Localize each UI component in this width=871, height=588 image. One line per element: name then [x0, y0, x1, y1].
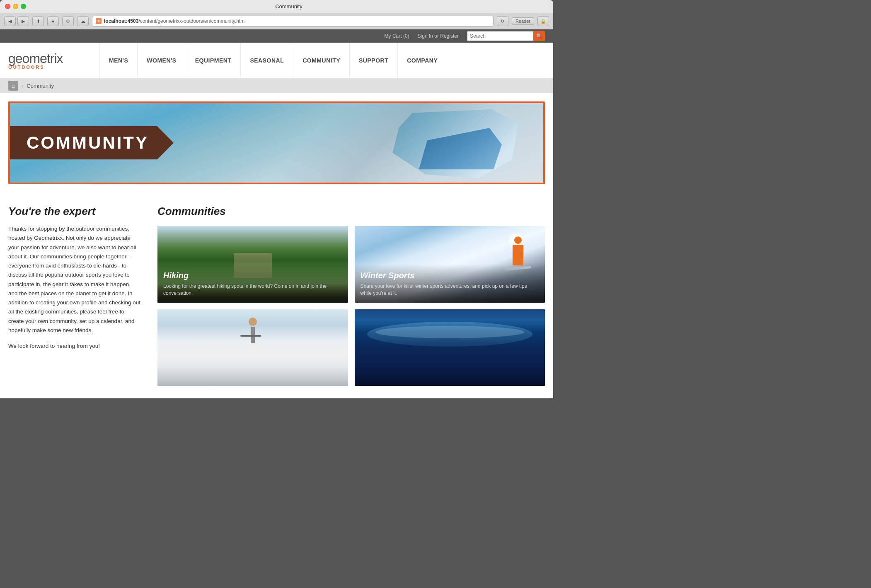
extensions-button[interactable]: ⚙: [62, 16, 74, 26]
expert-paragraph-2: We look forward to hearing from you!: [8, 342, 141, 351]
cart-link[interactable]: My Cart (0): [385, 33, 409, 39]
minimize-button[interactable]: [13, 4, 18, 9]
share-button[interactable]: ⬆: [32, 16, 44, 26]
bookmark-button[interactable]: ★: [47, 16, 59, 26]
cycling-card-bg: [157, 309, 348, 386]
nav-company[interactable]: COMPANY: [397, 43, 447, 78]
cycling-card[interactable]: [157, 309, 348, 386]
communities-title: Communities: [157, 205, 545, 218]
site-favicon: X: [96, 18, 102, 24]
traffic-lights: [5, 4, 26, 9]
winter-sports-card[interactable]: Winter Sports Share your love for killer…: [355, 226, 545, 303]
site-header: geometrix OUTDOORS MEN'S WOMEN'S EQUIPME…: [0, 43, 553, 78]
expert-body: Thanks for stopping by the outdoor commu…: [8, 224, 141, 351]
nav-button-group: ◀ ▶: [4, 16, 29, 26]
communities-grid: Hiking Looking for the greatest hiking s…: [157, 226, 545, 386]
expert-title: You're the expert: [8, 205, 141, 218]
address-path: /content/geometrixx-outdoors/en/communit…: [138, 18, 246, 24]
breadcrumb-current: Community: [27, 83, 54, 89]
address-domain: localhost:4503: [104, 18, 138, 24]
forward-button[interactable]: ▶: [17, 16, 29, 26]
nav-womens[interactable]: WOMEN'S: [137, 43, 185, 78]
reader-button[interactable]: Reader: [512, 17, 534, 25]
utility-bar: My Cart (0) Sign In or Register 🔍: [0, 29, 553, 43]
winter-card-overlay: Winter Sports Share your love for killer…: [355, 264, 545, 303]
hiking-card-overlay: Hiking Looking for the greatest hiking s…: [157, 264, 348, 303]
logo-area: geometrix OUTDOORS: [8, 43, 99, 78]
back-button[interactable]: ◀: [4, 16, 16, 26]
main-nav: MEN'S WOMEN'S EQUIPMENT SEASONAL COMMUNI…: [99, 43, 545, 78]
window-chrome: Community: [0, 0, 553, 13]
logo-sub: OUTDOORS: [8, 65, 91, 70]
nav-seasonal[interactable]: SEASONAL: [240, 43, 293, 78]
hero-banner: COMMUNITY: [8, 101, 545, 184]
water-sports-card[interactable]: [355, 309, 545, 386]
nav-support[interactable]: SUPPORT: [349, 43, 397, 78]
right-column: Communities Hiking Looking for the great…: [157, 205, 545, 386]
water-card-bg: [355, 309, 545, 386]
hero-label-bg: COMMUNITY: [10, 126, 174, 159]
nav-mens[interactable]: MEN'S: [99, 43, 137, 78]
left-column: You're the expert Thanks for stopping by…: [8, 205, 141, 386]
site-wrapper: My Cart (0) Sign In or Register 🔍 geomet…: [0, 29, 553, 398]
expert-paragraph-1: Thanks for stopping by the outdoor commu…: [8, 224, 141, 335]
search-button[interactable]: 🔍: [533, 31, 545, 41]
logo-name[interactable]: geometrix: [8, 51, 91, 66]
hiking-card-title: Hiking: [163, 271, 342, 280]
security-button[interactable]: 🔒: [537, 16, 549, 26]
browser-toolbar: ◀ ▶ ⬆ ★ ⚙ ☁ X localhost:4503 /content/ge…: [0, 13, 553, 29]
nav-equipment[interactable]: EQUIPMENT: [186, 43, 241, 78]
winter-card-desc: Share your love for killer winter sports…: [360, 283, 540, 297]
hero-label: COMMUNITY: [27, 133, 149, 152]
main-content: You're the expert Thanks for stopping by…: [0, 193, 553, 398]
breadcrumb: ⌂ › Community: [0, 78, 553, 93]
search-input[interactable]: [467, 31, 533, 41]
signin-link[interactable]: Sign In or Register: [418, 33, 459, 39]
winter-card-title: Winter Sports: [360, 271, 540, 280]
nav-community[interactable]: COMMUNITY: [293, 43, 349, 78]
breadcrumb-separator: ›: [22, 83, 23, 89]
window-title: Community: [29, 3, 548, 10]
search-box: 🔍: [467, 31, 545, 41]
breadcrumb-home-icon[interactable]: ⌂: [8, 81, 18, 91]
refresh-button[interactable]: ↻: [497, 16, 508, 26]
hiking-card-desc: Looking for the greatest hiking spots in…: [163, 283, 342, 297]
downloads-button[interactable]: ☁: [77, 16, 89, 26]
address-bar[interactable]: X localhost:4503 /content/geometrixx-out…: [92, 16, 494, 27]
close-button[interactable]: [5, 4, 10, 9]
hiking-card[interactable]: Hiking Looking for the greatest hiking s…: [157, 226, 348, 303]
fullscreen-button[interactable]: [21, 4, 26, 9]
